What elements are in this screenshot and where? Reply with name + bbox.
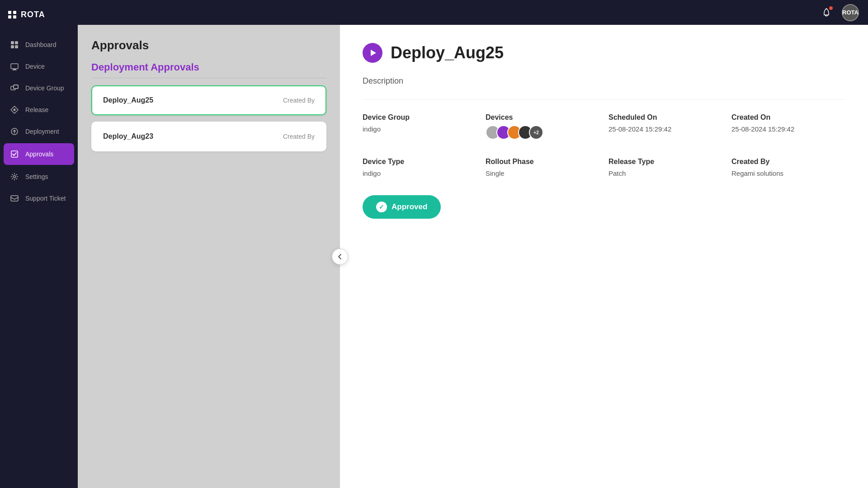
- device-type-value: indigo: [363, 169, 476, 177]
- release-type-block: Release Type Patch: [609, 158, 722, 177]
- devices-avatars: +2: [486, 125, 599, 140]
- rollout-phase-block: Rollout Phase Single: [486, 158, 599, 177]
- sidebar-item-approvals[interactable]: Approvals: [4, 143, 74, 165]
- device-group-label: Device Group: [363, 113, 476, 122]
- sidebar-item-deployment[interactable]: Deployment: [0, 121, 78, 142]
- info-grid-bottom: Device Type indigo Rollout Phase Single …: [363, 158, 845, 177]
- sidebar-item-device[interactable]: Device: [0, 56, 78, 77]
- device-label: Device: [25, 63, 45, 70]
- notifications-bell[interactable]: [818, 5, 835, 21]
- topbar: ROTA: [78, 0, 868, 25]
- page-title: Approvals: [91, 38, 326, 52]
- dashboard-icon: [10, 40, 19, 49]
- section-title: Deployment Approvals: [91, 61, 326, 78]
- notification-badge: [828, 5, 834, 11]
- dashboard-label: Dashboard: [25, 41, 57, 48]
- release-label: Release: [25, 106, 48, 113]
- user-avatar[interactable]: ROTA: [842, 4, 859, 21]
- release-type-label: Release Type: [609, 158, 722, 166]
- deployment-card-1[interactable]: Deploy_Aug25 Created By: [91, 85, 326, 115]
- sidebar-item-settings[interactable]: Settings: [0, 166, 78, 188]
- sidebar: ROTA Dashboard Device: [0, 0, 78, 488]
- rollout-phase-label: Rollout Phase: [486, 158, 599, 166]
- grid-icon: [8, 11, 16, 19]
- sidebar-item-support-ticket[interactable]: Support Ticket: [0, 188, 78, 209]
- scheduled-on-block: Scheduled On 25-08-2024 15:29:42: [609, 113, 722, 140]
- approved-label: Approved: [392, 202, 427, 211]
- card-created-1: Created By: [283, 97, 315, 104]
- device-group-value: indigo: [363, 125, 476, 133]
- scheduled-on-value: 25-08-2024 15:29:42: [609, 125, 722, 133]
- detail-header: Deploy_Aug25: [363, 43, 845, 63]
- svg-rect-2: [11, 45, 14, 48]
- sidebar-header: ROTA: [0, 0, 78, 29]
- device-type-block: Device Type indigo: [363, 158, 476, 177]
- scheduled-on-label: Scheduled On: [609, 113, 722, 122]
- card-name-2: Deploy_Aug23: [103, 132, 153, 141]
- svg-rect-5: [13, 69, 16, 70]
- card-created-2: Created By: [283, 133, 315, 140]
- created-by-value: Regami solutions: [731, 169, 845, 177]
- device-group-icon: [10, 84, 19, 93]
- content-area: Approvals Deployment Approvals Deploy_Au…: [78, 25, 868, 488]
- created-on-value: 25-08-2024 15:29:42: [731, 125, 845, 133]
- deployment-card-2[interactable]: Deploy_Aug23 Created By: [91, 122, 326, 151]
- release-icon: [10, 105, 19, 114]
- device-avatar-count: +2: [529, 125, 543, 140]
- release-type-value: Patch: [609, 169, 722, 177]
- svg-rect-3: [15, 45, 18, 48]
- devices-block: Devices +2: [486, 113, 599, 140]
- sidebar-item-device-group[interactable]: Device Group: [0, 77, 78, 99]
- svg-point-15: [14, 176, 16, 178]
- svg-rect-8: [14, 85, 18, 89]
- created-on-label: Created On: [731, 113, 845, 122]
- svg-rect-4: [11, 64, 18, 69]
- device-group-block: Device Group indigo: [363, 113, 476, 140]
- detail-panel: Deploy_Aug25 Description Device Group in…: [340, 25, 868, 488]
- approved-button[interactable]: ✓ Approved: [363, 195, 441, 219]
- settings-label: Settings: [25, 173, 48, 180]
- devices-label: Devices: [486, 113, 599, 122]
- sidebar-nav: Dashboard Device Device Group: [0, 29, 78, 488]
- created-by-label: Created By: [731, 158, 845, 166]
- approvals-icon: [10, 150, 19, 159]
- collapse-sidebar-button[interactable]: [332, 249, 348, 265]
- detail-play-icon: [363, 43, 382, 63]
- svg-rect-6: [12, 70, 17, 70]
- svg-rect-0: [11, 41, 14, 44]
- check-icon: ✓: [376, 202, 387, 212]
- card-name-1: Deploy_Aug25: [103, 96, 153, 104]
- deployment-icon: [10, 127, 19, 136]
- description-label: Description: [363, 76, 845, 86]
- device-icon: [10, 62, 19, 71]
- support-ticket-label: Support Ticket: [25, 195, 66, 202]
- settings-icon: [10, 172, 19, 181]
- info-grid-top: Device Group indigo Devices +2 Scheduled…: [363, 113, 845, 140]
- svg-marker-17: [371, 50, 376, 56]
- svg-rect-1: [15, 41, 18, 44]
- device-group-label: Device Group: [25, 84, 64, 92]
- divider-1: [363, 99, 845, 100]
- svg-point-11: [14, 109, 16, 111]
- device-type-label: Device Type: [363, 158, 476, 166]
- detail-title: Deploy_Aug25: [391, 43, 504, 62]
- sidebar-item-release[interactable]: Release: [0, 99, 78, 121]
- support-ticket-icon: [10, 194, 19, 203]
- main-area: ROTA Approvals Deployment Approvals Depl…: [78, 0, 868, 488]
- app-title: ROTA: [21, 10, 45, 19]
- created-by-block: Created By Regami solutions: [731, 158, 845, 177]
- deployment-label: Deployment: [25, 128, 59, 135]
- rollout-phase-value: Single: [486, 169, 599, 177]
- sidebar-item-dashboard[interactable]: Dashboard: [0, 34, 78, 56]
- approvals-label: Approvals: [25, 150, 53, 158]
- created-on-block: Created On 25-08-2024 15:29:42: [731, 113, 845, 140]
- list-panel: Approvals Deployment Approvals Deploy_Au…: [78, 25, 340, 488]
